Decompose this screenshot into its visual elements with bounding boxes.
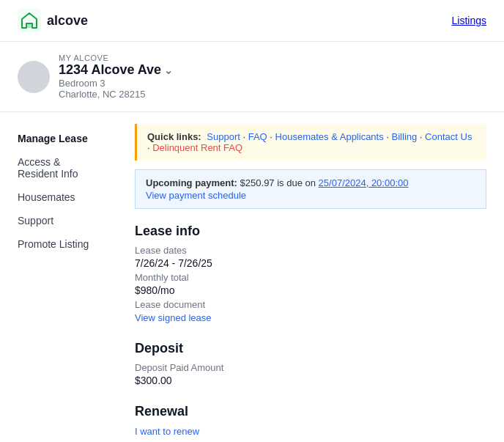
sidebar-item-access[interactable]: Access & Resident Info — [0, 150, 117, 185]
header-nav: Listings — [452, 15, 486, 26]
renewal-section: Renewal I want to renew — [135, 404, 486, 437]
sidebar-item-promote[interactable]: Promote Listing — [0, 232, 117, 256]
listings-link[interactable]: Listings — [452, 15, 486, 26]
upcoming-payment-label: Upcoming payment: — [146, 177, 237, 188]
city-text: Charlotte, NC 28215 — [59, 89, 173, 100]
upcoming-payment-banner: Upcoming payment: $250.97 is due on 25/0… — [135, 169, 486, 209]
quick-link-billing[interactable]: Billing — [392, 131, 418, 142]
lease-dates-value: 7/26/24 - 7/26/25 — [135, 257, 486, 269]
svg-rect-1 — [27, 24, 32, 28]
upcoming-payment-text: $250.97 is due on — [240, 177, 316, 188]
quick-link-housemates[interactable]: Housemates & Applicants — [275, 131, 384, 142]
deposit-amount-value: $300.00 — [135, 375, 486, 386]
lease-info-section: Lease info Lease dates 7/26/24 - 7/26/25… — [135, 224, 486, 323]
avatar — [18, 61, 50, 93]
sidebar-item-support[interactable]: Support — [0, 209, 117, 232]
quick-links-label: Quick links: — [147, 131, 201, 142]
main-content: Quick links: Support · FAQ · Housemates … — [117, 112, 504, 442]
my-alcove-label: MY ALCOVE — [59, 54, 173, 62]
quick-links-bar: Quick links: Support · FAQ · Housemates … — [135, 124, 486, 161]
sidebar: Manage Lease Access & Resident Info Hous… — [0, 112, 117, 442]
renewal-title: Renewal — [135, 404, 486, 419]
upcoming-payment-date[interactable]: 25/07/2024, 20:00:00 — [319, 177, 409, 188]
lease-dates-label: Lease dates — [135, 245, 486, 256]
user-info: MY ALCOVE 1234 Alcove Ave ⌄ Bedroom 3 Ch… — [59, 54, 173, 100]
monthly-total-label: Monthly total — [135, 272, 486, 283]
user-address: 1234 Alcove Ave ⌄ — [59, 62, 173, 78]
address-text: 1234 Alcove Ave — [59, 62, 161, 78]
user-section: MY ALCOVE 1234 Alcove Ave ⌄ Bedroom 3 Ch… — [0, 42, 504, 112]
logo-text: alcove — [47, 13, 88, 29]
deposit-title: Deposit — [135, 341, 486, 356]
monthly-total-value: $980/mo — [135, 284, 486, 296]
deposit-amount-label: Deposit Paid Amount — [135, 362, 486, 373]
sidebar-item-manage-lease[interactable]: Manage Lease — [0, 127, 117, 150]
main-layout: Manage Lease Access & Resident Info Hous… — [0, 112, 504, 442]
view-signed-lease-link[interactable]: View signed lease — [135, 312, 212, 323]
bedroom-text: Bedroom 3 — [59, 78, 173, 89]
renew-link[interactable]: I want to renew — [135, 426, 199, 437]
svg-rect-0 — [18, 9, 41, 32]
sidebar-item-housemates[interactable]: Housemates — [0, 185, 117, 209]
view-payment-schedule-link[interactable]: View payment schedule — [146, 190, 475, 201]
quick-link-contact[interactable]: Contact Us — [425, 131, 472, 142]
lease-document-label: Lease document — [135, 299, 486, 310]
header: alcove Listings — [0, 0, 504, 42]
logo-icon — [18, 9, 41, 32]
lease-info-title: Lease info — [135, 224, 486, 239]
chevron-down-icon[interactable]: ⌄ — [164, 65, 173, 76]
logo: alcove — [18, 9, 88, 32]
quick-link-support[interactable]: Support — [207, 131, 240, 142]
sections-wrapper: Lease info Lease dates 7/26/24 - 7/26/25… — [135, 224, 486, 442]
quick-link-delinquent[interactable]: Delinquent Rent FAQ — [152, 142, 242, 153]
deposit-section: Deposit Deposit Paid Amount $300.00 — [135, 341, 486, 386]
quick-link-faq[interactable]: FAQ — [248, 131, 267, 142]
